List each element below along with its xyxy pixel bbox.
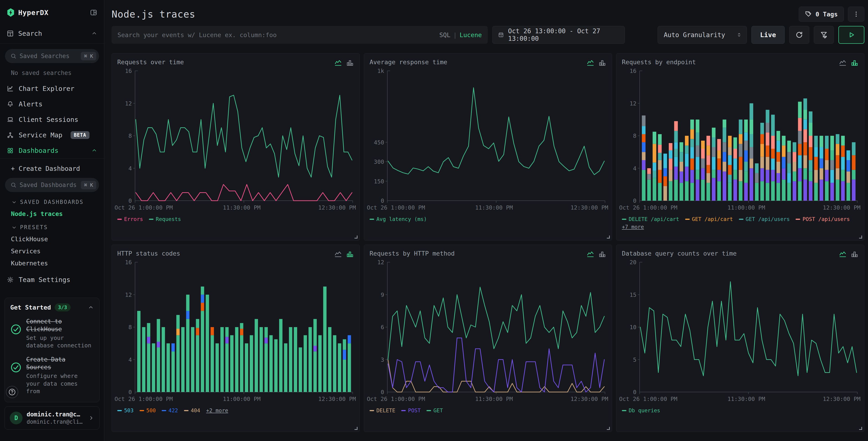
sidebar-collapse-icon[interactable] — [90, 9, 97, 16]
app-root: HyperDX Search Saved Searches ⌘ K No sav… — [0, 0, 868, 441]
legend-item[interactable]: 503 — [117, 408, 134, 413]
sidebar-item-alerts[interactable]: Alerts — [0, 96, 104, 112]
group-header-saved-dashboards[interactable]: SAVED DASHBOARDS — [0, 192, 104, 205]
bar-chart-icon[interactable] — [598, 59, 607, 67]
bar-chart-icon[interactable] — [346, 250, 354, 258]
legend-swatch — [370, 410, 374, 411]
sidebar-item-search[interactable]: Search — [0, 25, 104, 43]
group-header-presets[interactable]: PRESETS — [0, 217, 104, 231]
legend-item[interactable]: Errors — [117, 216, 143, 222]
get-started-progress-badge: 3/3 — [55, 303, 70, 312]
legend-item[interactable]: POST /api/users — [796, 216, 850, 222]
chart-explorer-icon — [7, 85, 14, 92]
legend-label: DELETE /api/cart — [629, 216, 679, 222]
dashboard-grid: Requests over time0481216Oct 26 1:00:00 … — [112, 53, 864, 432]
sidebar-nav: Chart ExplorerAlertsClient SessionsServi… — [0, 81, 104, 158]
panel-resize-handle[interactable] — [859, 236, 862, 238]
get-started-item[interactable]: Connect to ClickHouseSet up your databas… — [10, 318, 94, 349]
sidebar-item-dashboards[interactable]: Dashboards — [0, 143, 104, 158]
svg-text:15: 15 — [629, 292, 637, 298]
granularity-select[interactable]: Auto Granularity — [658, 26, 747, 44]
event-search-input[interactable]: Search your events w/ Lucene ex. column:… — [112, 26, 488, 44]
line-chart-icon[interactable] — [334, 59, 342, 67]
bar-chart-icon[interactable] — [850, 59, 859, 67]
legend-item[interactable]: Avg latency (ms) — [370, 216, 427, 222]
filter-button[interactable] — [814, 26, 834, 44]
saved-searches-input[interactable]: Saved Searches ⌘ K — [5, 49, 99, 63]
help-button[interactable] — [6, 386, 18, 398]
get-started-item[interactable]: Create Data SourcesConfigure where your … — [10, 356, 94, 395]
x-axis-label: 11:30:00 PM — [223, 204, 261, 211]
x-axis-labels: Oct 26 1:00:00 PM11:30:00 PM12:30:00 PM — [622, 394, 859, 404]
line-chart-icon[interactable] — [839, 59, 847, 67]
chart-canvas: 0481216 — [117, 258, 354, 394]
bell-icon — [7, 101, 14, 108]
legend-item[interactable]: POST — [401, 408, 421, 413]
chart-legend: Avg latency (ms) — [370, 216, 607, 222]
query-language-toggle[interactable]: SQL|Lucene — [439, 31, 482, 38]
line-chart-icon[interactable] — [334, 250, 342, 258]
bar-chart-icon[interactable] — [346, 59, 354, 67]
panel-resize-handle[interactable] — [607, 236, 610, 238]
sidebar-item-label: Search — [18, 30, 42, 37]
sidebar-item-label: Client Sessions — [19, 116, 78, 123]
chart-legend: 503500422404+2 more — [117, 408, 354, 413]
legend-swatch — [622, 219, 626, 220]
legend-more-link[interactable]: +7 more — [622, 224, 644, 230]
line-chart-icon[interactable] — [839, 250, 847, 258]
svg-text:8: 8 — [633, 133, 637, 139]
legend-label: POST — [408, 408, 421, 413]
dashboard-menu-button[interactable] — [848, 7, 864, 22]
panel-resize-handle[interactable] — [859, 427, 862, 430]
x-axis-labels: Oct 26 1:00:00 PM11:30:00 PM12:30:00 PM — [370, 394, 607, 404]
panel-resize-handle[interactable] — [354, 236, 358, 238]
refresh-icon — [795, 31, 803, 39]
bar-chart-icon[interactable] — [850, 250, 859, 258]
svg-text:20: 20 — [629, 259, 637, 266]
legend-label: GET — [433, 408, 443, 413]
dashboard-item-services[interactable]: Services — [0, 243, 104, 255]
x-axis-label: 11:00:00 PM — [223, 396, 261, 402]
legend-swatch — [622, 410, 626, 411]
legend-item[interactable]: 500 — [140, 408, 156, 413]
svg-text:16: 16 — [125, 68, 132, 74]
panel-resize-handle[interactable] — [607, 427, 610, 430]
legend-item[interactable]: Requests — [149, 216, 181, 222]
refresh-button[interactable] — [789, 26, 809, 44]
legend-item[interactable]: GET /api/cart — [685, 216, 733, 222]
x-axis-label: Oct 26 1:00:00 PM — [619, 396, 677, 402]
sidebar-item-client-sessions[interactable]: Client Sessions — [0, 112, 104, 127]
legend-item[interactable]: GET /api/users — [739, 216, 790, 222]
legend-item[interactable]: 422 — [162, 408, 178, 413]
bar-chart-icon[interactable] — [598, 250, 607, 258]
run-query-button[interactable] — [838, 26, 864, 44]
legend-item[interactable]: DELETE /api/cart — [622, 216, 679, 222]
create-dashboard-button[interactable]: + Create Dashboard — [0, 158, 104, 172]
dashboard-item-clickhouse[interactable]: ClickHouse — [0, 231, 104, 243]
legend-item[interactable]: Db queries — [622, 408, 660, 413]
legend-item[interactable]: GET — [427, 408, 443, 413]
sidebar-item-team-settings[interactable]: Team Settings — [0, 267, 104, 284]
legend-more-link[interactable]: +2 more — [206, 408, 228, 413]
line-chart-icon[interactable] — [586, 59, 594, 67]
line-chart-icon[interactable] — [586, 250, 594, 258]
chevron-up-icon — [91, 31, 97, 36]
sidebar-item-chart-explorer[interactable]: Chart Explorer — [0, 81, 104, 96]
hyperdx-logo-icon — [7, 8, 14, 17]
chart-panel-average-response-time: Average response time01503004501kOct 26 … — [364, 53, 612, 240]
dashboard-item-node-js-traces[interactable]: Node.js traces — [0, 205, 104, 217]
legend-item[interactable]: 404 — [184, 408, 200, 413]
date-range-picker[interactable]: Oct 26 13:00:00 - Oct 27 13:00:00 — [492, 26, 625, 44]
legend-label: GET /api/cart — [692, 216, 733, 222]
user-menu[interactable]: D dominic.tran@c… dominic.tran@cli… — [5, 406, 99, 430]
panel-resize-handle[interactable] — [354, 427, 358, 430]
legend-label: 404 — [191, 408, 200, 413]
get-started-header[interactable]: Get Started 3/3 — [10, 303, 94, 312]
svg-text:12: 12 — [629, 100, 637, 107]
dashboard-item-kubernetes[interactable]: Kubernetes — [0, 255, 104, 267]
saved-dashboards-input[interactable]: Saved Dashboards ⌘ K — [5, 178, 99, 192]
live-button[interactable]: Live — [751, 26, 785, 44]
sidebar-item-service-map[interactable]: Service MapBETA — [0, 127, 104, 143]
tags-button[interactable]: 0 Tags — [799, 7, 844, 22]
legend-item[interactable]: DELETE — [370, 408, 395, 413]
